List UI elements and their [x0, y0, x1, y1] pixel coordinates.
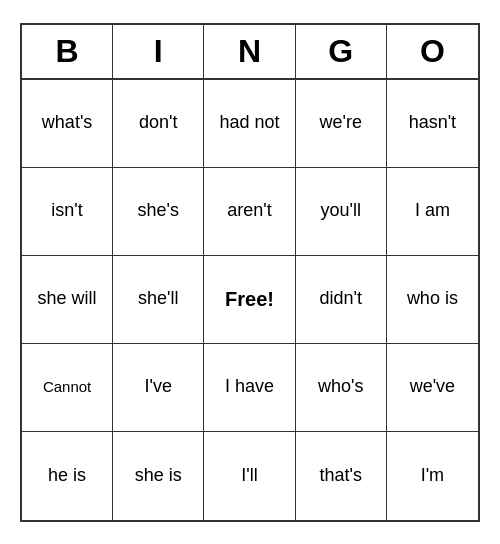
bingo-cell[interactable]: we're	[296, 80, 387, 168]
bingo-cell[interactable]: I have	[204, 344, 295, 432]
bingo-cell[interactable]: I'm	[387, 432, 478, 520]
bingo-header: BINGO	[22, 25, 478, 80]
bingo-cell[interactable]: she will	[22, 256, 113, 344]
header-letter: I	[113, 25, 204, 78]
bingo-cell[interactable]: don't	[113, 80, 204, 168]
bingo-cell[interactable]: who is	[387, 256, 478, 344]
bingo-cell[interactable]: isn't	[22, 168, 113, 256]
bingo-cell[interactable]: aren't	[204, 168, 295, 256]
bingo-cell[interactable]: hasn't	[387, 80, 478, 168]
bingo-grid: what'sdon'thad notwe'rehasn'tisn'tshe'sa…	[22, 80, 478, 520]
bingo-cell[interactable]: what's	[22, 80, 113, 168]
bingo-cell[interactable]: you'll	[296, 168, 387, 256]
bingo-cell[interactable]: had not	[204, 80, 295, 168]
bingo-cell[interactable]: she's	[113, 168, 204, 256]
bingo-cell[interactable]: Cannot	[22, 344, 113, 432]
bingo-cell[interactable]: she'll	[113, 256, 204, 344]
bingo-cell[interactable]: I am	[387, 168, 478, 256]
header-letter: B	[22, 25, 113, 78]
bingo-cell[interactable]: I've	[113, 344, 204, 432]
bingo-cell[interactable]: she is	[113, 432, 204, 520]
bingo-cell[interactable]: we've	[387, 344, 478, 432]
bingo-cell[interactable]: who's	[296, 344, 387, 432]
bingo-cell[interactable]: didn't	[296, 256, 387, 344]
bingo-cell[interactable]: that's	[296, 432, 387, 520]
header-letter: N	[204, 25, 295, 78]
free-cell[interactable]: Free!	[204, 256, 295, 344]
header-letter: G	[296, 25, 387, 78]
bingo-cell[interactable]: he is	[22, 432, 113, 520]
bingo-card: BINGO what'sdon'thad notwe'rehasn'tisn't…	[20, 23, 480, 522]
header-letter: O	[387, 25, 478, 78]
bingo-cell[interactable]: I'll	[204, 432, 295, 520]
